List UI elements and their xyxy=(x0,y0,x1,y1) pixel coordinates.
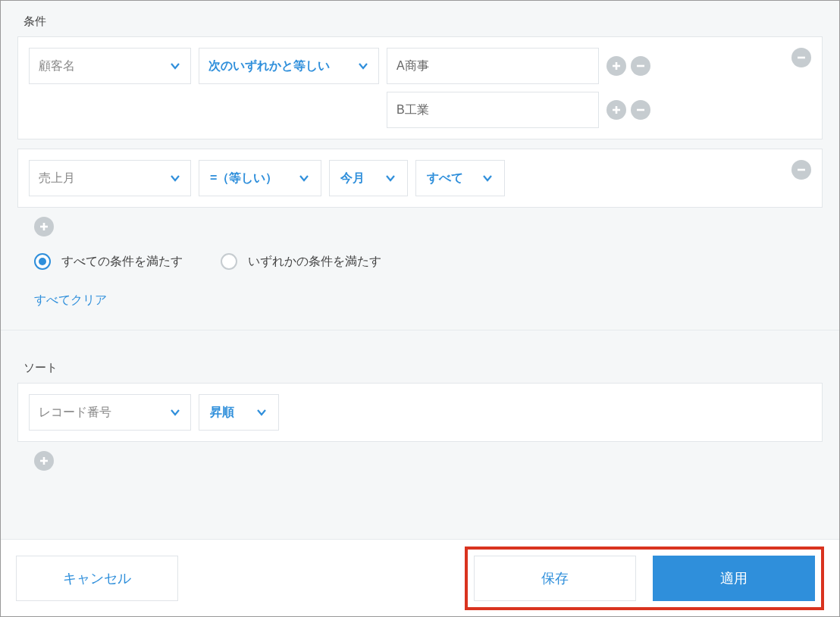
value-row-buttons xyxy=(606,56,650,76)
condition-group-2: 売上月 =（等しい） 今月 すべて xyxy=(17,149,823,208)
chevron-down-icon xyxy=(357,60,369,72)
condition-row xyxy=(29,92,811,128)
plus-icon xyxy=(611,105,622,115)
sort-field-select[interactable]: レコード番号 xyxy=(29,394,191,431)
dialog-body: 条件 顧客名 次のいずれかと等しい xyxy=(1,1,839,539)
cancel-button[interactable]: キャンセル xyxy=(16,556,178,601)
remove-group-button[interactable] xyxy=(791,160,811,180)
plus-icon xyxy=(39,456,49,466)
highlighted-actions: 保存 適用 xyxy=(465,547,824,610)
field-select-label: 顧客名 xyxy=(39,58,75,74)
chevron-down-icon xyxy=(169,406,181,418)
add-value-button[interactable] xyxy=(606,100,626,120)
radio-label: すべての条件を満たす xyxy=(61,254,183,270)
chevron-down-icon xyxy=(481,172,494,184)
operator-select[interactable]: =（等しい） xyxy=(199,160,321,196)
logic-radio-group: すべての条件を満たす いずれかの条件を満たす xyxy=(1,236,839,270)
chevron-down-icon xyxy=(255,406,268,418)
apply-button[interactable]: 適用 xyxy=(653,556,815,601)
filter-dialog: 条件 顧客名 次のいずれかと等しい xyxy=(0,0,840,617)
scope-select[interactable]: すべて xyxy=(415,160,505,196)
remove-group-button[interactable] xyxy=(791,48,811,67)
minus-icon xyxy=(635,105,646,115)
remove-value-button[interactable] xyxy=(631,56,650,76)
radio-dot-icon xyxy=(221,253,237,270)
minus-icon xyxy=(796,164,807,175)
add-sort-button[interactable] xyxy=(34,451,54,471)
field-select[interactable]: 顧客名 xyxy=(29,48,191,84)
sort-heading: ソート xyxy=(1,330,839,383)
condition-row: 顧客名 次のいずれかと等しい xyxy=(29,48,811,84)
sort-direction-select[interactable]: 昇順 xyxy=(199,394,279,431)
add-condition-group-button[interactable] xyxy=(34,217,54,236)
clear-all-link[interactable]: すべてクリア xyxy=(1,270,839,330)
condition-row: 売上月 =（等しい） 今月 すべて xyxy=(29,160,811,196)
conditions-heading: 条件 xyxy=(1,1,839,36)
radio-match-any[interactable]: いずれかの条件を満たす xyxy=(221,253,381,270)
chevron-down-icon xyxy=(169,172,181,184)
operator-select[interactable]: 次のいずれかと等しい xyxy=(199,48,379,84)
chevron-down-icon xyxy=(384,172,396,184)
operator-select-label: 次のいずれかと等しい xyxy=(208,58,330,74)
sort-group: レコード番号 昇順 xyxy=(17,383,823,442)
range-select-label: 今月 xyxy=(340,171,365,186)
plus-icon xyxy=(39,221,49,232)
value-input-1[interactable] xyxy=(387,48,599,84)
field-select-label: 売上月 xyxy=(39,171,75,186)
range-select[interactable]: 今月 xyxy=(329,160,408,196)
chevron-down-icon xyxy=(298,172,310,184)
sort-direction-label: 昇順 xyxy=(210,405,234,421)
radio-label: いずれかの条件を満たす xyxy=(248,254,381,270)
field-select[interactable]: 売上月 xyxy=(29,160,191,196)
radio-dot-icon xyxy=(34,253,51,270)
sort-row: レコード番号 昇順 xyxy=(29,394,811,431)
dialog-footer: キャンセル 保存 適用 xyxy=(1,539,839,616)
radio-match-all[interactable]: すべての条件を満たす xyxy=(34,253,183,270)
minus-icon xyxy=(796,52,807,63)
scope-select-label: すべて xyxy=(427,171,463,186)
value-row-buttons xyxy=(606,100,650,120)
value-input-2[interactable] xyxy=(387,92,599,128)
operator-select-label: =（等しい） xyxy=(210,171,277,186)
condition-group-1: 顧客名 次のいずれかと等しい xyxy=(17,36,823,139)
save-button[interactable]: 保存 xyxy=(474,556,636,601)
add-value-button[interactable] xyxy=(606,56,626,76)
chevron-down-icon xyxy=(169,60,181,72)
sort-field-label: レコード番号 xyxy=(39,405,111,421)
plus-icon xyxy=(611,61,622,71)
remove-value-button[interactable] xyxy=(631,100,650,120)
minus-icon xyxy=(635,61,646,71)
